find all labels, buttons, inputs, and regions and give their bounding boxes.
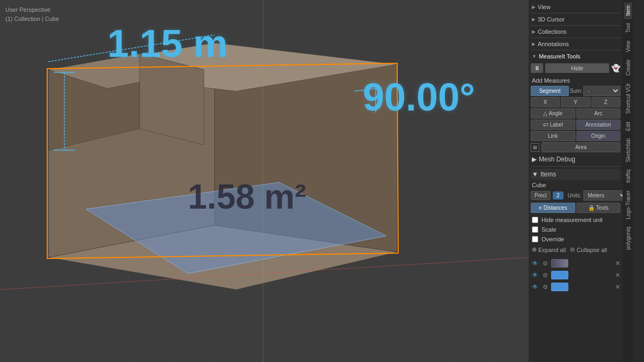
expand-icon: ⊕	[532, 246, 537, 253]
list-item: 👁 ⚙ ✕	[531, 269, 620, 281]
y-button[interactable]: Y	[561, 97, 590, 107]
panel-tabs: Item Tool View Create Shortcut VÜr Edit …	[623, 0, 633, 362]
override-row: Override	[531, 234, 620, 244]
eye-button-3[interactable]: 👁	[531, 283, 539, 291]
tab-logo-tracer[interactable]: Logo-Tracer	[624, 187, 632, 223]
panel-content: ▶ View ▶ 3D Cursor ▶ Collections ▶ Annot…	[529, 0, 623, 362]
tab-shortcut-vur[interactable]: Shortcut VÜr	[624, 80, 632, 117]
distances-icon: ≡	[539, 205, 542, 211]
right-panel: ▶ View ▶ 3D Cursor ▶ Collections ▶ Annot…	[529, 0, 644, 362]
link-origin-row: Link Origin	[531, 131, 620, 141]
measure-angle-right: 90.00°	[363, 75, 475, 119]
cube-label: Cube	[531, 180, 620, 189]
tab-sketchfab[interactable]: Sketchfab	[624, 135, 632, 165]
x-button[interactable]: X	[531, 97, 560, 107]
add-measures-label: Add Measures	[531, 75, 620, 85]
mesh-debug-row[interactable]: ▶ Mesh Debug	[531, 153, 620, 165]
collapse-icon: ⊖	[570, 246, 575, 253]
close-button-2[interactable]: ✕	[615, 271, 620, 279]
area-button[interactable]: Area	[541, 142, 620, 152]
texts-button[interactable]: 🔒 Texts	[576, 203, 621, 213]
arc-button[interactable]: Arc	[576, 108, 621, 119]
tab-traffiq[interactable]: traffiq	[624, 166, 632, 186]
list-item: 👁 ⚙ ✕	[531, 257, 620, 269]
distances-label: Distances	[544, 205, 567, 211]
close-button-1[interactable]: ✕	[615, 260, 620, 267]
expand-all-link[interactable]: ⊕ Expand all	[532, 246, 566, 253]
units-select[interactable]: Meters Centimeters Millimeters Feet Inch…	[583, 190, 623, 201]
color-swatch-2[interactable]	[551, 271, 568, 279]
link-button[interactable]: Link	[531, 131, 575, 141]
measureit-arrow: ▼	[532, 54, 537, 59]
3d-viewport[interactable]: User Perspective (1) Collection | Cube 1…	[0, 0, 529, 362]
label-icon: 🏷	[543, 122, 548, 128]
color-swatch-3[interactable]	[551, 283, 568, 291]
angle-icon: △	[543, 110, 547, 116]
z-button[interactable]: Z	[591, 97, 620, 107]
label-annotation-row: 🏷 Label Annotation	[531, 120, 620, 130]
measure-distance-top: 1.15 m	[107, 21, 228, 65]
angle-arc-row: △ Angle Arc	[531, 108, 620, 119]
tab-edit[interactable]: Edit	[624, 119, 632, 134]
collections-arrow: ▶	[532, 29, 536, 34]
collapse-all-link[interactable]: ⊖ Collapse all	[570, 246, 607, 253]
origin-button[interactable]: Origin	[576, 131, 621, 141]
tab-create[interactable]: Create	[624, 56, 632, 79]
annotation-button[interactable]: Annotation	[576, 120, 621, 130]
hide-measurement-unit-checkbox[interactable]	[532, 217, 538, 223]
collections-label: Collections	[538, 28, 567, 35]
color-swatch-1[interactable]	[551, 259, 568, 268]
view-label: View	[538, 4, 551, 10]
section-measureit[interactable]: ▼ MeasureIt Tools	[531, 51, 620, 61]
hide-measurement-unit-label: Hide measurement unit	[541, 217, 603, 223]
hide-measurement-unit-row: Hide measurement unit	[531, 215, 620, 225]
distances-button[interactable]: ≡ Distances	[531, 203, 575, 213]
tab-tool[interactable]: Tool	[624, 20, 632, 36]
section-3d-cursor[interactable]: ▶ 3D Cursor	[531, 14, 620, 24]
area-row: ⊞ Area	[531, 142, 620, 152]
collapse-label: Collapse all	[576, 247, 607, 253]
divider-5	[531, 166, 620, 167]
viewport-info: User Perspective (1) Collection | Cube	[5, 5, 59, 23]
tab-polygoniq[interactable]: polygoniq	[624, 224, 632, 253]
texts-label: Texts	[596, 205, 609, 211]
label-button[interactable]: 🏷 Label	[531, 120, 575, 130]
items-label: Items	[540, 171, 556, 178]
scale-checkbox[interactable]	[532, 226, 538, 233]
sum-select[interactable]: - +	[583, 86, 620, 96]
divider-3	[531, 38, 620, 38]
gear-button-3[interactable]: ⚙	[541, 284, 550, 291]
gear-button-2[interactable]: ⚙	[541, 272, 550, 279]
xyz-row: X Y Z	[531, 97, 620, 107]
pause-button[interactable]: ⏸	[531, 63, 543, 73]
mesh-debug-label: Mesh Debug	[539, 156, 575, 163]
tab-item[interactable]: Item	[624, 2, 632, 19]
sum-label: Sum:	[570, 88, 582, 94]
cursor-label: 3D Cursor	[538, 16, 565, 23]
annotations-arrow: ▶	[532, 41, 536, 47]
eye-button-2[interactable]: 👁	[531, 271, 539, 279]
hide-button[interactable]: Hide	[545, 63, 609, 73]
annotations-label: Annotations	[538, 41, 569, 47]
close-button-3[interactable]: ✕	[615, 283, 620, 291]
section-collections[interactable]: ▶ Collections	[531, 27, 620, 36]
texts-icon: 🔒	[588, 205, 595, 211]
eye-button-1[interactable]: 👁	[531, 260, 539, 267]
measure-area-bottom: 1.58 m²	[188, 177, 306, 217]
perspective-label: User Perspective	[5, 5, 59, 14]
scale-row: Scale	[531, 225, 620, 234]
items-section: ▼ Items Cube Preci 2 Units: Meters Centi…	[531, 169, 620, 293]
override-checkbox[interactable]	[532, 236, 538, 242]
section-view[interactable]: ▶ View	[531, 2, 620, 12]
tab-view[interactable]: View	[624, 38, 632, 56]
cursor-arrow: ▶	[532, 17, 536, 22]
gear-button-1[interactable]: ⚙	[541, 260, 550, 267]
segment-button[interactable]: Segment	[531, 86, 569, 96]
section-annotations[interactable]: ▶ Annotations	[531, 39, 620, 49]
angle-button[interactable]: △ Angle	[531, 108, 575, 119]
preci-value[interactable]: 2	[553, 191, 564, 200]
mesh-debug-arrow: ▶	[532, 156, 537, 163]
angle-label: Angle	[549, 110, 563, 116]
items-header[interactable]: ▼ Items	[531, 169, 620, 180]
measureit-label: MeasureIt Tools	[539, 53, 580, 60]
